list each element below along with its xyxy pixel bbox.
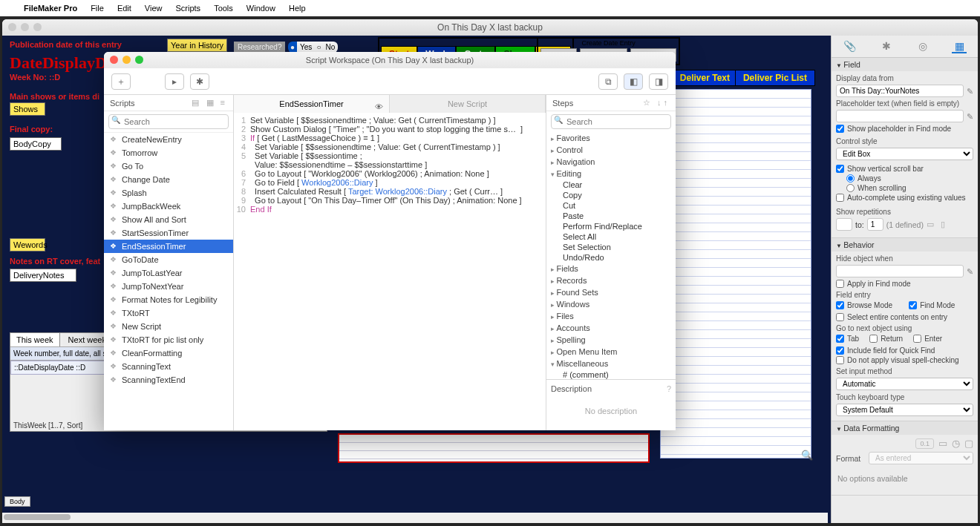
script-item[interactable]: Format Notes for Legibility <box>104 293 233 306</box>
behavior-section-header[interactable]: Behavior <box>832 238 978 252</box>
reps-to-input[interactable] <box>867 218 883 231</box>
format-time-icon[interactable]: ◷ <box>952 438 960 449</box>
script-item[interactable]: JumpBackWeek <box>104 200 233 213</box>
pane-left-button[interactable]: ◧ <box>624 73 643 90</box>
input-method-select[interactable]: Automatic <box>836 378 973 390</box>
quickfind-check[interactable] <box>836 346 844 355</box>
minimize-icon[interactable] <box>122 56 131 64</box>
format-date-icon[interactable]: ▭ <box>938 438 947 449</box>
menu-help[interactable]: Help <box>289 4 306 13</box>
script-item[interactable]: Change Date <box>104 173 233 186</box>
search-icon[interactable]: 🔍 <box>801 450 813 461</box>
cat-spelling[interactable]: Spelling <box>546 334 676 346</box>
shows-field[interactable]: Shows <box>10 102 45 116</box>
apply-find-check[interactable] <box>836 280 844 288</box>
spellcheck-check[interactable] <box>836 356 844 364</box>
script-item[interactable]: TXtoRT for pic list only <box>104 333 233 346</box>
script-item[interactable]: CreateNewEntry <box>104 133 233 146</box>
display-from-input[interactable] <box>836 85 964 97</box>
cat-control[interactable]: Control <box>546 144 676 156</box>
scripts-search-input[interactable] <box>108 114 229 129</box>
tab-this-week[interactable]: This week <box>10 333 60 346</box>
steps-search-input[interactable] <box>551 114 671 129</box>
body-part-label[interactable]: Body <box>4 496 30 507</box>
close-icon[interactable] <box>8 23 16 31</box>
vscroll-check[interactable] <box>836 165 844 173</box>
cat-editing[interactable]: Editing <box>546 168 676 180</box>
steps-sort-icons[interactable]: ☆ ↓↑ <box>643 98 670 108</box>
cat-openmenu[interactable]: Open Menu Item <box>546 346 676 358</box>
script-item[interactable]: ScanningTextEnd <box>104 373 233 387</box>
run-button[interactable]: ▸ <box>165 73 184 90</box>
reps-from-input[interactable] <box>836 218 852 231</box>
cat-windows[interactable]: Windows <box>546 298 676 310</box>
date-display-field[interactable]: DateDisplayDa <box>10 53 115 73</box>
placeholder-input[interactable] <box>836 110 964 122</box>
debug-button[interactable]: ✱ <box>190 73 209 90</box>
menu-scripts[interactable]: Scripts <box>176 4 201 13</box>
menu-view[interactable]: View <box>145 4 163 13</box>
app-name[interactable]: FileMaker Pro <box>24 4 77 13</box>
script-item[interactable]: Go To <box>104 160 233 173</box>
touch-kb-select[interactable]: System Default <box>836 404 973 416</box>
zoom-icon[interactable] <box>135 56 143 64</box>
menu-file[interactable]: File <box>91 4 104 13</box>
cat-accounts[interactable]: Accounts <box>546 322 676 334</box>
appearance-tab-icon[interactable]: ◎ <box>915 40 930 53</box>
show-placeholder-check[interactable] <box>836 125 844 133</box>
script-item[interactable]: StartSessionTimer <box>104 226 233 240</box>
scripts-view-icons[interactable]: ▤ ▦ ≡ <box>192 98 227 108</box>
menu-tools[interactable]: Tools <box>214 4 233 13</box>
step-item[interactable]: Paste <box>546 211 676 221</box>
data-tab-icon[interactable]: ▦ <box>952 40 967 53</box>
script-item[interactable]: Tomorrow <box>104 146 233 160</box>
step-item[interactable]: Copy <box>546 190 676 200</box>
styles-tab-icon[interactable]: ✱ <box>879 40 894 53</box>
find-mode-check[interactable] <box>909 301 917 309</box>
pencil-icon[interactable]: ✎ <box>967 112 973 121</box>
always-radio[interactable] <box>846 174 855 183</box>
field-section-header[interactable]: Field <box>832 58 978 71</box>
right-textarea[interactable] <box>660 89 811 458</box>
hide-input[interactable] <box>836 265 964 277</box>
step-item[interactable]: Select All <box>546 231 676 242</box>
reps-orientation-icons[interactable]: ▭ ▯ <box>927 220 947 229</box>
step-item[interactable]: Perform Find/Replace <box>546 221 676 231</box>
pencil-icon[interactable]: ✎ <box>967 87 973 96</box>
dataformat-section-header[interactable]: Data Formatting <box>832 421 978 435</box>
pencil-icon[interactable]: ✎ <box>967 267 973 276</box>
select-entire-check[interactable] <box>836 313 844 321</box>
cat-favorites[interactable]: Favorites <box>546 132 676 144</box>
when-scrolling-radio[interactable] <box>846 184 855 192</box>
eye-icon[interactable]: 👁 <box>375 98 383 116</box>
format-image-icon[interactable]: ▢ <box>964 438 973 449</box>
cat-files[interactable]: Files <box>546 310 676 322</box>
browse-mode-check[interactable] <box>836 301 844 309</box>
script-item[interactable]: TXtoRT <box>104 306 233 320</box>
step-item[interactable]: Undo/Redo <box>546 252 676 263</box>
tab-check[interactable] <box>836 335 844 343</box>
format-number-icon[interactable]: 0.1 <box>915 438 934 449</box>
center-textarea[interactable] <box>338 433 650 463</box>
script-item[interactable]: CleanFormatting <box>104 346 233 360</box>
deliver-pic-button[interactable]: Deliver Pic List <box>735 70 815 86</box>
pane-right-button[interactable]: ◨ <box>649 73 668 90</box>
script-item[interactable]: JumpToNextYear <box>104 280 233 293</box>
script-item[interactable]: New Script <box>104 320 233 333</box>
script-item[interactable]: Splash <box>104 186 233 200</box>
copy-button[interactable]: ⧉ <box>598 73 618 90</box>
wewords-field[interactable]: Wewords <box>10 238 45 252</box>
return-check[interactable] <box>869 335 878 343</box>
delivery-notes-field[interactable]: DeliveryNotes <box>10 269 76 282</box>
step-item[interactable]: # (comment) <box>546 369 676 379</box>
cat-found[interactable]: Found Sets <box>546 286 676 298</box>
step-item[interactable]: Set Selection <box>546 242 676 252</box>
bodycopy-field[interactable]: BodyCopy <box>10 137 62 151</box>
script-item[interactable]: EndSessionTimer <box>104 240 233 253</box>
autocomplete-check[interactable] <box>836 194 844 202</box>
horizontal-scrollbar[interactable] <box>2 513 828 523</box>
year-history-field[interactable]: Year in History <box>167 39 227 52</box>
enter-check[interactable] <box>913 335 921 343</box>
control-style-select[interactable]: Edit Box <box>836 148 973 160</box>
script-item[interactable]: GoToDate <box>104 253 233 266</box>
